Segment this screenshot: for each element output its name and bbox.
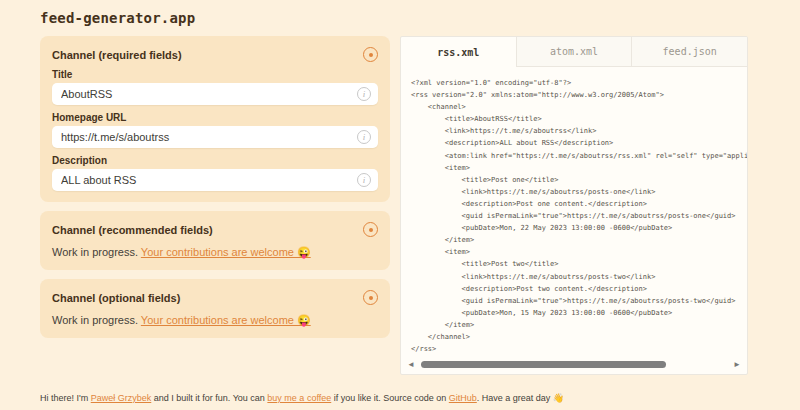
wip-message: Work in progress. Your contributions are… — [52, 246, 378, 259]
toggle-dot — [369, 228, 373, 232]
scrollbar-thumb[interactable] — [421, 361, 666, 368]
contributions-link[interactable]: Your contributions are welcome 😜 — [141, 246, 311, 258]
section-channel-required: Channel (required fields) Title i Homepa… — [40, 36, 390, 202]
info-icon[interactable]: i — [357, 87, 371, 101]
page-header: feed-generator.app — [0, 0, 800, 36]
info-icon[interactable]: i — [357, 173, 371, 187]
field-homepage-url: Homepage URL i — [52, 112, 378, 148]
wip-message: Work in progress. Your contributions are… — [52, 314, 378, 327]
input-wrap: i — [52, 83, 378, 105]
section-header: Channel (recommended fields) — [52, 222, 378, 237]
wip-text: Work in progress. — [52, 314, 138, 326]
title-input[interactable] — [52, 83, 378, 105]
footer-text: if you like it. Source code on — [331, 393, 449, 403]
buy-coffee-link[interactable]: buy me a coffee — [267, 393, 331, 403]
scroll-left-icon[interactable]: ◄ — [407, 361, 415, 369]
section-title: Channel (optional fields) — [52, 292, 180, 304]
wip-text: Work in progress. — [52, 246, 138, 258]
section-header: Channel (required fields) — [52, 47, 378, 62]
scroll-right-icon[interactable]: ► — [733, 361, 741, 369]
form-column: Channel (required fields) Title i Homepa… — [40, 36, 390, 338]
tab-atom-xml[interactable]: atom.xml — [516, 37, 632, 67]
author-link[interactable]: Paweł Grzybek — [91, 393, 152, 403]
field-description: Description i — [52, 155, 378, 191]
section-header: Channel (optional fields) — [52, 290, 378, 305]
scrollbar-track[interactable] — [419, 361, 729, 369]
toggle-dot — [369, 53, 373, 57]
output-tabs: rss.xml atom.xml feed.json — [401, 37, 747, 67]
section-channel-recommended: Channel (recommended fields) Work in pro… — [40, 211, 390, 270]
toggle-dot — [369, 296, 373, 300]
github-link[interactable]: GitHub — [449, 393, 477, 403]
rss-xml-code: <?xml version="1.0" encoding="utf-8"?> <… — [411, 77, 747, 355]
input-wrap: i — [52, 169, 378, 191]
page-footer: Hi there! I'm Paweł Grzybek and I built … — [40, 393, 564, 403]
info-icon[interactable]: i — [357, 130, 371, 144]
collapse-toggle-icon[interactable] — [363, 47, 378, 62]
tab-rss-xml[interactable]: rss.xml — [401, 37, 516, 67]
footer-text: and I built it for fun. You can — [151, 393, 267, 403]
section-title: Channel (required fields) — [52, 49, 182, 61]
code-viewer: <?xml version="1.0" encoding="utf-8"?> <… — [401, 67, 747, 360]
field-label: Homepage URL — [52, 112, 378, 123]
section-title: Channel (recommended fields) — [52, 224, 213, 236]
description-input[interactable] — [52, 169, 378, 191]
contributions-link[interactable]: Your contributions are welcome 😜 — [141, 314, 311, 326]
footer-text: Hi there! I'm — [40, 393, 91, 403]
horizontal-scrollbar[interactable]: ◄ ► — [401, 360, 747, 374]
field-label: Description — [52, 155, 378, 166]
footer-text: . Have a great day 👋 — [477, 393, 564, 403]
field-label: Title — [52, 69, 378, 80]
homepage-url-input[interactable] — [52, 126, 378, 148]
section-channel-optional: Channel (optional fields) Work in progre… — [40, 279, 390, 338]
app-title: feed-generator.app — [40, 10, 195, 26]
collapse-toggle-icon[interactable] — [363, 222, 378, 237]
collapse-toggle-icon[interactable] — [363, 290, 378, 305]
main-content: Channel (required fields) Title i Homepa… — [0, 36, 800, 375]
field-title: Title i — [52, 69, 378, 105]
output-panel: rss.xml atom.xml feed.json <?xml version… — [400, 36, 748, 375]
tab-feed-json[interactable]: feed.json — [631, 37, 747, 67]
input-wrap: i — [52, 126, 378, 148]
